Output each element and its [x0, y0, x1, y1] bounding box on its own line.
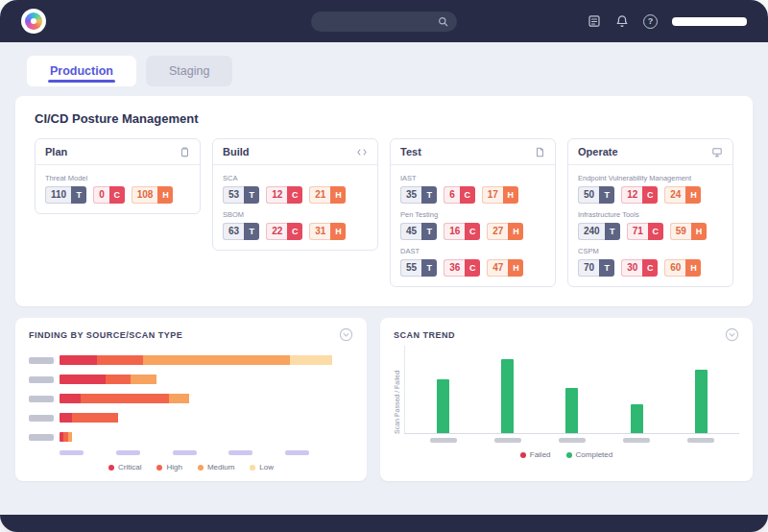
- tasks-icon[interactable]: [588, 14, 601, 28]
- severity-badge: H: [691, 223, 707, 240]
- top-bar: ?: [0, 0, 768, 42]
- legend-item-medium[interactable]: Medium: [198, 463, 234, 472]
- trend-plot: [404, 346, 739, 443]
- metric-chip-t[interactable]: 110T: [45, 186, 86, 204]
- stacked-bar[interactable]: [60, 375, 353, 384]
- trend-bar-completed[interactable]: [695, 370, 708, 433]
- notifications-icon[interactable]: [615, 14, 629, 28]
- scan-trend-header: SCAN TREND: [394, 327, 739, 342]
- posture-title: CI/CD Posture Management: [35, 111, 733, 126]
- metric-chip-c[interactable]: 36C: [444, 259, 480, 277]
- app-logo[interactable]: [21, 9, 46, 34]
- metric-chip-h[interactable]: 108H: [132, 186, 174, 204]
- metric-chip-c[interactable]: 0C: [93, 186, 125, 204]
- severity-badge: C: [465, 223, 480, 240]
- trend-bar-completed[interactable]: [437, 379, 449, 433]
- metric-chip-c[interactable]: 6C: [444, 186, 475, 204]
- legend-dot: [250, 465, 255, 471]
- metric-value: 71: [627, 223, 648, 240]
- help-icon[interactable]: ?: [643, 14, 658, 29]
- metric-chip-t[interactable]: 53T: [223, 186, 259, 204]
- trend-slot: [501, 346, 514, 433]
- findings-legend: CriticalHighMediumLow: [29, 463, 353, 472]
- severity-badge: H: [685, 259, 701, 277]
- metric-chip-h[interactable]: 27H: [487, 223, 523, 240]
- metric-value: 6: [444, 186, 460, 204]
- legend-item-failed[interactable]: Failed: [520, 450, 551, 459]
- metric-chip-c[interactable]: 12C: [621, 186, 658, 204]
- findings-chart-title: FINDING BY SOURCE/SCAN TYPE: [29, 330, 182, 340]
- metric-value: 35: [400, 186, 421, 204]
- legend-label: Completed: [576, 450, 613, 459]
- bar-segment-high: [106, 375, 131, 384]
- metric-chip-c[interactable]: 71C: [627, 223, 663, 240]
- metric-chip-c[interactable]: 12C: [266, 186, 302, 204]
- legend-label: Low: [259, 463, 274, 472]
- metric-chip-t[interactable]: 240T: [578, 223, 620, 240]
- redacted-axis-label: [228, 450, 252, 455]
- metric-value: 24: [664, 186, 685, 204]
- trend-y-axis-label: Scan Passed / Failed: [394, 346, 400, 434]
- chevron-circle-icon[interactable]: [339, 327, 353, 342]
- redacted-axis-label: [173, 450, 197, 455]
- stacked-bar[interactable]: [60, 432, 353, 442]
- charts-row: FINDING BY SOURCE/SCAN TYPE CriticalHigh…: [15, 318, 753, 481]
- metric-value: 63: [223, 223, 244, 240]
- severity-badge: C: [465, 259, 480, 277]
- metric-value: 27: [487, 223, 508, 240]
- metric-chip-h[interactable]: 31H: [309, 223, 346, 240]
- search-icon[interactable]: [438, 16, 448, 27]
- stage-card-build: BuildSCA53T12C21HSBOM63T22C31H: [212, 138, 378, 251]
- global-search[interactable]: [311, 12, 457, 32]
- trend-bar-completed[interactable]: [501, 359, 514, 433]
- metric-chip-t[interactable]: 55T: [400, 259, 437, 277]
- trend-slot: [695, 346, 708, 433]
- search-input[interactable]: [320, 16, 438, 27]
- metric-label: IAST: [400, 174, 545, 182]
- stage-header: Operate: [568, 139, 732, 165]
- severity-badge: H: [330, 186, 346, 204]
- metric-chip-t[interactable]: 70T: [578, 259, 614, 277]
- metric-chip-h[interactable]: 60H: [664, 259, 701, 277]
- stacked-bar[interactable]: [60, 413, 353, 423]
- redacted-axis-label: [559, 438, 586, 443]
- stacked-bar[interactable]: [60, 355, 353, 365]
- legend-item-completed[interactable]: Completed: [566, 450, 613, 459]
- tab-production[interactable]: Production: [27, 56, 136, 86]
- metric-chip-h[interactable]: 59H: [670, 223, 707, 240]
- tab-staging-label: Staging: [169, 64, 209, 78]
- logo-icon: [25, 12, 42, 30]
- stage-body: IAST35T6C17HPen Testing45T16C27HDAST55T3…: [391, 165, 555, 286]
- metric-chip-h[interactable]: 17H: [482, 186, 518, 204]
- stage-header: Plan: [36, 139, 200, 165]
- metric-label: DAST: [400, 247, 545, 255]
- metric-chip-c[interactable]: 16C: [444, 223, 480, 240]
- chevron-circle-icon[interactable]: [725, 327, 739, 342]
- legend-item-high[interactable]: High: [156, 463, 181, 472]
- metric-chip-h[interactable]: 21H: [309, 186, 346, 204]
- trend-bar-completed[interactable]: [565, 388, 578, 433]
- legend-dot: [520, 452, 526, 458]
- metric-chip-c[interactable]: 22C: [266, 223, 302, 240]
- topbar-actions: ?: [588, 14, 747, 29]
- tab-staging[interactable]: Staging: [146, 56, 232, 86]
- metric-chip-h[interactable]: 24H: [664, 186, 701, 204]
- user-menu-placeholder[interactable]: [672, 17, 747, 26]
- metric-chip-t[interactable]: 35T: [400, 186, 437, 204]
- severity-badge: C: [642, 186, 658, 204]
- metric-chip-t[interactable]: 63T: [223, 223, 259, 240]
- redacted-category-label: [29, 396, 54, 402]
- legend-item-critical[interactable]: Critical: [108, 463, 141, 472]
- metric-row: 240T71C59H: [578, 223, 723, 240]
- severity-badge: H: [503, 186, 518, 204]
- metric-chip-t[interactable]: 45T: [400, 223, 437, 240]
- stacked-bar[interactable]: [60, 394, 353, 403]
- bar-segment-high: [97, 355, 143, 365]
- metric-chip-t[interactable]: 50T: [578, 186, 614, 204]
- trend-bar-completed[interactable]: [631, 404, 643, 433]
- severity-badge: T: [421, 223, 437, 240]
- legend-item-low[interactable]: Low: [250, 463, 274, 472]
- metric-chip-c[interactable]: 30C: [621, 259, 658, 277]
- severity-badge: T: [605, 223, 620, 240]
- metric-chip-h[interactable]: 47H: [487, 259, 523, 277]
